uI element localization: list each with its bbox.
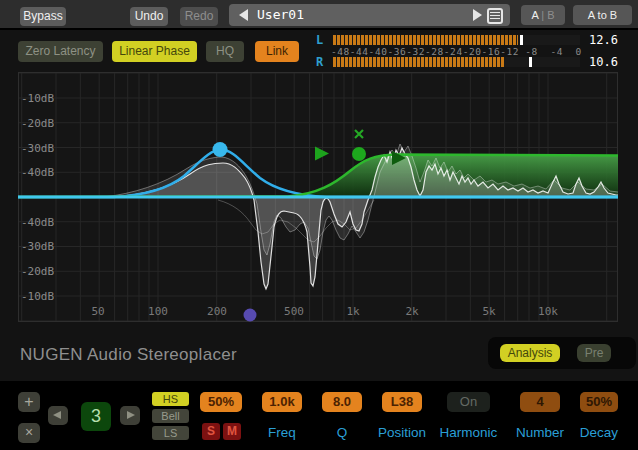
top-bar: Bypass Undo Redo User01 A | B A to B xyxy=(0,0,638,30)
preset-menu-icon[interactable] xyxy=(487,8,503,24)
purple-band-node[interactable] xyxy=(244,309,257,322)
stereoplacer-window: Bypass Undo Redo User01 A | B A to B Zer… xyxy=(0,0,638,450)
preset-next-icon[interactable] xyxy=(473,9,482,21)
svg-text:-30dB: -30dB xyxy=(21,142,54,155)
redo-button[interactable]: Redo xyxy=(180,7,218,26)
green-band-node[interactable] xyxy=(352,147,366,161)
q-value-button[interactable]: 8.0 xyxy=(322,392,362,412)
meter-right-peak xyxy=(529,57,532,67)
prev-arrow-icon xyxy=(53,411,61,419)
svg-text:-20dB: -20dB xyxy=(21,265,54,278)
undo-button[interactable]: Undo xyxy=(130,7,168,26)
decay-label: Decay xyxy=(572,425,626,440)
add-band-button[interactable]: + xyxy=(18,392,40,412)
svg-text:500: 500 xyxy=(284,305,304,318)
svg-text:10k: 10k xyxy=(538,305,558,318)
next-band-button[interactable] xyxy=(120,406,140,425)
ab-compare-button[interactable]: A | B xyxy=(521,5,565,25)
band-number-display: 3 xyxy=(81,402,111,431)
linear-phase-button[interactable]: Linear Phase xyxy=(112,41,197,62)
pre-button[interactable]: Pre xyxy=(577,344,611,362)
ab-b-label: | B xyxy=(538,9,554,21)
shape-bell-button[interactable]: Bell xyxy=(152,409,189,423)
svg-text:1k: 1k xyxy=(346,305,360,318)
decay-value-button[interactable]: 50% xyxy=(580,392,618,412)
remove-band-button[interactable]: × xyxy=(18,423,40,443)
position-value-button[interactable]: L38 xyxy=(382,392,422,412)
meter-right-bar xyxy=(333,57,580,67)
svg-text:100: 100 xyxy=(148,305,168,318)
analysis-button[interactable]: Analysis xyxy=(500,344,560,362)
svg-text:-40dB: -40dB xyxy=(21,166,54,179)
solo-button[interactable]: S xyxy=(202,423,220,440)
hq-button[interactable]: HQ xyxy=(206,41,244,62)
meter-right-label: R xyxy=(316,55,323,69)
harmonic-toggle-button[interactable]: On xyxy=(447,392,490,412)
preset-name: User01 xyxy=(257,4,304,26)
bypass-button[interactable]: Bypass xyxy=(20,7,66,26)
position-label: Position xyxy=(372,425,432,440)
shape-ls-button[interactable]: LS xyxy=(152,426,189,440)
zero-latency-button[interactable]: Zero Latency xyxy=(18,41,103,62)
svg-text:-10dB: -10dB xyxy=(21,92,54,105)
svg-text:-40dB: -40dB xyxy=(21,216,54,229)
blue-band-node[interactable] xyxy=(213,142,228,157)
link-button[interactable]: Link xyxy=(255,41,299,62)
meter-left-label: L xyxy=(316,33,323,47)
svg-text:5k: 5k xyxy=(482,305,496,318)
q-label: Q xyxy=(322,425,362,440)
next-arrow-icon xyxy=(127,411,135,419)
width-value-button[interactable]: 50% xyxy=(200,392,242,412)
mute-button[interactable]: M xyxy=(223,423,241,440)
meter-right-value: 10.6 xyxy=(578,55,618,69)
preset-selector[interactable]: User01 xyxy=(229,4,510,26)
svg-text:-20dB: -20dB xyxy=(21,117,54,130)
svg-text:2k: 2k xyxy=(405,305,419,318)
harmonic-label: Harmonic xyxy=(437,425,500,440)
shape-hs-button[interactable]: HS xyxy=(152,392,189,406)
number-value-button[interactable]: 4 xyxy=(520,392,560,412)
number-label: Number xyxy=(510,425,570,440)
plugin-title: NUGEN Audio Stereoplacer xyxy=(20,345,237,365)
svg-text:-10dB: -10dB xyxy=(21,290,54,303)
meter-scale: -48-44-40-36-32-28-24-20-16-12 -8 -4 0 xyxy=(331,46,587,57)
a-to-b-button[interactable]: A to B xyxy=(573,5,632,25)
prev-band-button[interactable] xyxy=(48,406,68,425)
meter-left-value: 12.6 xyxy=(578,33,618,47)
svg-text:-30dB: -30dB xyxy=(21,240,54,253)
svg-text:50: 50 xyxy=(91,305,104,318)
preset-prev-icon[interactable] xyxy=(239,9,248,21)
freq-value-button[interactable]: 1.0k xyxy=(262,392,302,412)
meter-left-bar xyxy=(333,35,580,45)
freq-label: Freq xyxy=(252,425,312,440)
frequency-graph[interactable]: -10dB -20dB -30dB -40dB -40dB -30dB -20d… xyxy=(18,72,618,322)
meter-left-peak xyxy=(520,35,523,45)
svg-text:200: 200 xyxy=(207,305,227,318)
